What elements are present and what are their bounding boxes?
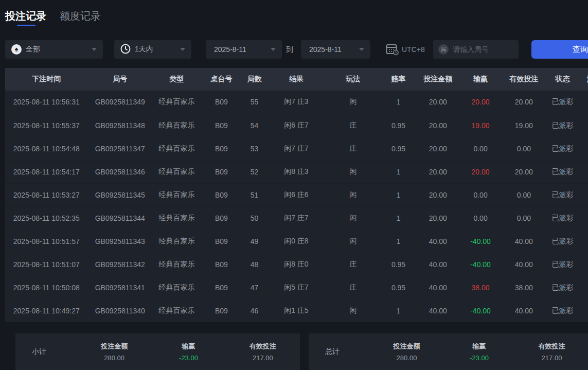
cell-result: 闲6 庄6 bbox=[268, 183, 325, 206]
tab-bar: 投注记录 额度记录 bbox=[5, 9, 101, 29]
cell-round-no: GB0925811349 bbox=[88, 91, 152, 114]
cell-time: 2025-08-11 10:52:35 bbox=[5, 206, 88, 230]
cell-table-no: B09 bbox=[201, 160, 241, 183]
cell-game: 入 bbox=[579, 137, 588, 160]
cell-game: 入 bbox=[579, 230, 588, 253]
cell-result: 闲7 庄7 bbox=[268, 206, 325, 230]
game-type-value: 全部 bbox=[26, 45, 40, 54]
cell-game: 入 bbox=[579, 183, 588, 206]
cell-round-no: GB0925811340 bbox=[88, 299, 152, 322]
cell-valid: 40.00 bbox=[501, 253, 546, 276]
search-button[interactable]: 查询 bbox=[531, 40, 588, 59]
cell-status: 已派彩 bbox=[546, 114, 578, 137]
cell-status: 已派彩 bbox=[546, 276, 578, 299]
subtotal-amount-stat: 投注金额 280.00 bbox=[77, 342, 151, 362]
subtotal-valid-stat: 有效投注 217.00 bbox=[226, 342, 300, 362]
chevron-down-icon bbox=[180, 48, 185, 51]
cell-time: 2025-08-11 10:51:57 bbox=[5, 230, 88, 253]
cell-game-no: 53 bbox=[242, 137, 268, 160]
total-amount-value: 280.00 bbox=[370, 354, 443, 362]
cell-game: 入 bbox=[579, 276, 588, 299]
cell-type: 经典百家乐 bbox=[152, 114, 201, 137]
column-header: 赔率 bbox=[381, 68, 416, 91]
cell-status: 已派彩 bbox=[546, 230, 578, 253]
cell-time: 2025-08-11 10:56:31 bbox=[5, 91, 88, 114]
cell-result: 闲8 庄3 bbox=[268, 160, 325, 183]
cell-type: 经典百家乐 bbox=[152, 91, 201, 114]
cell-type: 经典百家乐 bbox=[152, 160, 201, 183]
cell-time: 2025-08-11 10:54:17 bbox=[5, 160, 88, 183]
time-range-dropdown[interactable]: 1天内 bbox=[114, 40, 191, 59]
date-to-dropdown[interactable]: 2025-8-11 bbox=[301, 40, 370, 59]
tab-quota-records[interactable]: 额度记录 bbox=[60, 9, 101, 29]
cell-round-no: GB0925811347 bbox=[88, 137, 152, 160]
cell-round-no: GB0925811344 bbox=[88, 206, 152, 230]
total-valid-value: 217.00 bbox=[515, 354, 588, 362]
total-valid-stat: 有效投注 217.00 bbox=[515, 342, 588, 362]
table-row[interactable]: 2025-08-11 10:53:27GB0925811345经典百家乐B095… bbox=[5, 183, 588, 206]
table-row[interactable]: 2025-08-11 10:54:17GB0925811346经典百家乐B095… bbox=[5, 160, 588, 183]
chevron-down-icon bbox=[271, 48, 276, 51]
cell-valid: 20.00 bbox=[501, 91, 546, 114]
cell-table-no: B09 bbox=[201, 276, 241, 299]
table-row[interactable]: 2025-08-11 10:50:08GB0925811341经典百家乐B094… bbox=[5, 276, 588, 299]
column-header: 局数 bbox=[242, 68, 268, 91]
table-row[interactable]: 2025-08-11 10:51:07GB0925811342经典百家乐B094… bbox=[5, 253, 588, 276]
cell-game-no: 54 bbox=[242, 114, 268, 137]
cell-play: 闲 bbox=[325, 206, 381, 230]
column-header: 状态 bbox=[546, 68, 578, 91]
cell-amount: 40.00 bbox=[416, 253, 460, 276]
cell-status: 已派彩 bbox=[546, 206, 578, 230]
cell-winloss: -40.00 bbox=[460, 253, 501, 276]
date-range-to-label: 到 bbox=[286, 40, 293, 59]
column-header: 有效投注 bbox=[501, 68, 546, 91]
cell-valid: 40.00 bbox=[501, 299, 546, 322]
table-row[interactable]: 2025-08-11 10:55:37GB0925811348经典百家乐B095… bbox=[5, 114, 588, 137]
cell-amount: 20.00 bbox=[416, 91, 460, 114]
cell-odds: 1 bbox=[381, 183, 416, 206]
cell-winloss: -40.00 bbox=[460, 299, 501, 322]
game-type-dropdown[interactable]: ♠ 全部 bbox=[5, 40, 103, 59]
cell-game-no: 52 bbox=[242, 160, 268, 183]
date-from-dropdown[interactable]: 2025-8-11 bbox=[206, 40, 282, 59]
cell-result: 闲5 庄7 bbox=[268, 276, 325, 299]
cell-valid: 38.00 bbox=[501, 276, 546, 299]
table-row[interactable]: 2025-08-11 10:52:35GB0925811344经典百家乐B095… bbox=[5, 206, 588, 230]
cell-table-no: B09 bbox=[201, 253, 241, 276]
column-header: 结果 bbox=[268, 68, 325, 91]
table-row[interactable]: 2025-08-11 10:51:57GB0925811343经典百家乐B094… bbox=[5, 230, 588, 253]
cell-odds: 1 bbox=[381, 299, 416, 322]
table-row[interactable]: 2025-08-11 10:49:27GB0925811340经典百家乐B094… bbox=[5, 299, 588, 322]
cell-table-no: B09 bbox=[201, 114, 241, 137]
subtotal-label: 小计 bbox=[32, 347, 77, 357]
tab-bet-records[interactable]: 投注记录 bbox=[5, 9, 46, 29]
cell-winloss: 0.00 bbox=[460, 183, 501, 206]
cell-play: 庄 bbox=[325, 276, 381, 299]
cell-amount: 20.00 bbox=[416, 206, 460, 230]
cell-time: 2025-08-11 10:53:27 bbox=[5, 183, 88, 206]
cell-odds: 0.95 bbox=[381, 114, 416, 137]
cell-play: 庄 bbox=[325, 137, 381, 160]
cell-table-no: B09 bbox=[201, 137, 241, 160]
total-winloss-stat: 输赢 -23.00 bbox=[443, 342, 515, 362]
cell-status: 已派彩 bbox=[546, 137, 578, 160]
cell-time: 2025-08-11 10:49:27 bbox=[5, 299, 88, 322]
chevron-down-icon bbox=[359, 48, 364, 51]
cell-amount: 20.00 bbox=[416, 160, 460, 183]
cell-round-no: GB0925811341 bbox=[88, 276, 152, 299]
round-number-input[interactable] bbox=[453, 45, 513, 54]
cell-play: 庄 bbox=[325, 253, 381, 276]
subtotal-winloss-title: 输赢 bbox=[151, 342, 225, 351]
cell-table-no: B09 bbox=[201, 230, 241, 253]
spade-icon: ♠ bbox=[11, 44, 22, 55]
cell-winloss: 0.00 bbox=[460, 137, 501, 160]
cell-type: 经典百家乐 bbox=[152, 299, 201, 322]
table-header-row: 下注时间局号类型桌台号局数结果玩法赔率投注金额输赢有效投注状态游戏 bbox=[5, 68, 588, 91]
cell-odds: 1 bbox=[381, 230, 416, 253]
table-row[interactable]: 2025-08-11 10:56:31GB0925811349经典百家乐B095… bbox=[5, 91, 588, 114]
cell-type: 经典百家乐 bbox=[152, 137, 201, 160]
cell-valid: 0.00 bbox=[501, 183, 546, 206]
table-row[interactable]: 2025-08-11 10:54:48GB0925811347经典百家乐B095… bbox=[5, 137, 588, 160]
cell-game-no: 48 bbox=[242, 253, 268, 276]
total-label: 总计 bbox=[325, 347, 370, 357]
